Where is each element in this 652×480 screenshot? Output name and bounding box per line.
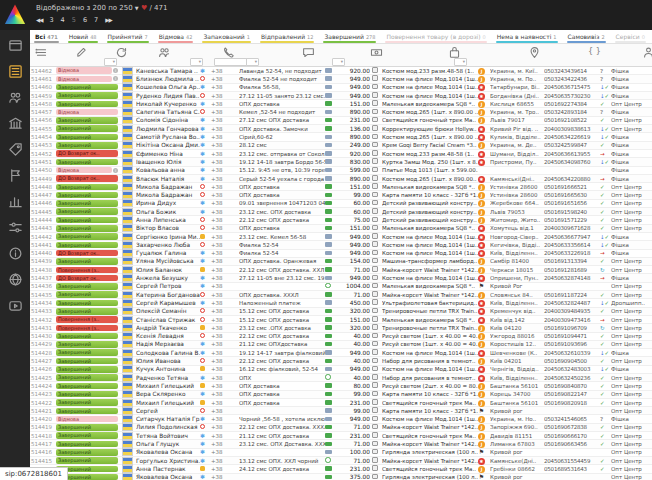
client-phone[interactable]: +38 <box>211 440 239 448</box>
tracking-number[interactable]: 0501691651656 <box>544 199 600 207</box>
status-pill[interactable]: Відмова <box>56 67 112 74</box>
client-phone[interactable]: +38 <box>211 448 239 456</box>
tab-Нема в наявності[interactable]: Нема в наявності1 <box>496 30 558 43</box>
client-phone[interactable]: +38 <box>211 108 239 116</box>
client-phone[interactable]: +38 <box>211 116 239 124</box>
comment-bubble-icon[interactable] <box>302 46 315 59</box>
status-pill[interactable]: Завершений <box>56 399 118 406</box>
client-phone[interactable]: +38 <box>211 432 239 440</box>
status-pill[interactable]: Завершений <box>56 184 118 191</box>
client-phone[interactable]: +38 <box>211 100 239 108</box>
tracking-number[interactable]: 0501691094471 <box>544 332 600 340</box>
tracking-number[interactable]: 0501691187224 <box>544 291 600 299</box>
status-pill[interactable]: Відмова <box>56 167 112 174</box>
status-pill[interactable]: Завершений <box>56 424 118 431</box>
tracking-braces-icon[interactable]: { } <box>588 47 601 56</box>
client-phone[interactable]: +38 <box>211 208 239 216</box>
client-phone[interactable]: +38 <box>211 374 239 382</box>
favorites-heart-icon[interactable]: ♥ <box>141 4 147 12</box>
tab-Новий[interactable]: Новий48 <box>68 30 98 43</box>
page-number-6[interactable]: 6 <box>83 16 87 24</box>
info-icon[interactable] <box>8 246 23 261</box>
client-phone[interactable]: +38 <box>211 183 239 191</box>
client-phone[interactable]: +38 <box>211 141 239 149</box>
status-pill[interactable]: Завершений <box>56 374 118 381</box>
tracking-number[interactable]: 0501690666170 <box>544 432 600 440</box>
status-pill[interactable]: Завершений <box>56 258 118 265</box>
column-filter-input[interactable] <box>214 58 248 66</box>
tracking-number[interactable]: 0501689531643 <box>544 465 600 473</box>
status-pill[interactable]: Завершений <box>56 200 118 207</box>
client-phone[interactable]: +38 <box>211 150 239 158</box>
tracking-number[interactable]: 20450636677947 <box>544 233 600 241</box>
client-phone[interactable]: +38 <box>211 407 239 415</box>
client-phone[interactable]: +38 <box>211 175 239 183</box>
tracking-number[interactable]: 0501691281689 <box>544 266 600 274</box>
settings-sliders-icon[interactable] <box>8 220 23 235</box>
clients-icon[interactable] <box>8 90 23 105</box>
tracking-number[interactable]: 0501691313394 <box>544 257 600 265</box>
tracking-number[interactable]: 20450634220880 <box>544 175 600 183</box>
status-pill[interactable]: Завершений <box>56 457 118 464</box>
status-pill[interactable]: Завершений <box>56 432 118 439</box>
tracking-number[interactable]: 20400309671628 <box>544 224 600 232</box>
client-phone[interactable]: +38 <box>211 233 239 241</box>
column-filter-dropdown-1[interactable]: ▾ <box>190 58 203 66</box>
app-logo-icon[interactable] <box>3 3 27 27</box>
client-phone[interactable]: +38 <box>211 415 239 423</box>
tracking-number[interactable]: 0501691096709 <box>544 324 600 332</box>
tracking-number[interactable]: 20450631554459 <box>544 457 600 465</box>
client-phone[interactable]: +38 <box>211 382 239 390</box>
tracking-number[interactable]: 0501691598240 <box>544 208 600 216</box>
tracking-number[interactable]: 20450632610339 <box>544 349 600 357</box>
shown-range-text[interactable]: Відображено з 200 по 250 ▼ ♥ / 471 <box>36 4 167 12</box>
tracking-number[interactable]: 20450635730230 <box>544 92 600 100</box>
dashboard-icon[interactable] <box>8 38 23 53</box>
client-phone[interactable]: +38 <box>211 266 239 274</box>
status-pill[interactable]: Завершений <box>56 391 118 398</box>
status-pill[interactable]: Завершений <box>56 208 118 215</box>
status-pill[interactable]: Завершений <box>56 101 118 108</box>
tracking-number[interactable]: 0501690820918 <box>544 399 600 407</box>
tracking-number[interactable]: 20450632450236 <box>544 374 600 382</box>
manager-person-icon[interactable] <box>642 46 652 59</box>
client-phone[interactable]: +38 <box>211 92 239 100</box>
tab-Запакований[interactable]: Запакований1 <box>202 30 251 43</box>
status-pill[interactable]: Завершений <box>56 283 118 290</box>
status-pill[interactable]: Повернення (з.. <box>56 325 118 332</box>
client-phone[interactable]: +38 <box>211 365 239 373</box>
client-phone[interactable]: +38 <box>211 199 239 207</box>
status-pill[interactable]: Завершений <box>56 159 118 166</box>
status-pill[interactable]: Відмова <box>56 416 118 423</box>
tracking-number[interactable]: 0503243422436 <box>544 75 600 83</box>
tracking-number[interactable]: 0501690904500 <box>544 357 600 365</box>
client-phone[interactable]: +38 <box>211 340 239 348</box>
first-page-icon[interactable]: ◀◀ <box>36 17 42 23</box>
tracking-number[interactable]: 0501690663456 <box>544 440 600 448</box>
tab-Завершений[interactable]: Завершений278 <box>323 30 376 43</box>
client-phone[interactable]: +38 <box>211 216 239 224</box>
status-pill[interactable]: Завершений <box>56 449 118 456</box>
tracking-number[interactable]: 0503242599847 <box>544 141 600 149</box>
client-phone[interactable]: +38 <box>211 390 239 398</box>
location-pin-icon[interactable] <box>528 46 541 59</box>
order-row-514413[interactable]: 514413ЗавершенийЯковалева Оксана✱+38375.… <box>30 474 652 480</box>
tracking-number[interactable]: 20450632874148 <box>544 274 600 282</box>
client-phone[interactable]: +38 <box>211 166 239 174</box>
clients-icon[interactable] <box>158 46 171 59</box>
payment-money-icon[interactable] <box>370 46 383 59</box>
tracking-number[interactable]: 20450632824487 <box>544 299 600 307</box>
tab-Прийнятий[interactable]: Прийнятий7 <box>107 30 149 43</box>
status-pill[interactable]: ДО Возврат ок.. <box>56 250 118 257</box>
client-phone[interactable]: +38 <box>211 249 239 257</box>
client-phone[interactable]: +38 <box>211 349 239 357</box>
status-pill[interactable]: Завершений <box>56 349 118 356</box>
tab-Всі[interactable]: Всі471 <box>34 30 59 43</box>
client-phone[interactable]: +38 <box>211 473 239 480</box>
tracking-number[interactable]: 20400309484935 <box>544 307 600 315</box>
tracking-number[interactable]: 0501692274384 <box>544 100 600 108</box>
client-phone[interactable]: +38 <box>211 399 239 407</box>
client-phone[interactable]: +38 <box>211 457 239 465</box>
client-phone[interactable]: +38 <box>211 158 239 166</box>
status-pill[interactable]: Завершений <box>56 333 118 340</box>
